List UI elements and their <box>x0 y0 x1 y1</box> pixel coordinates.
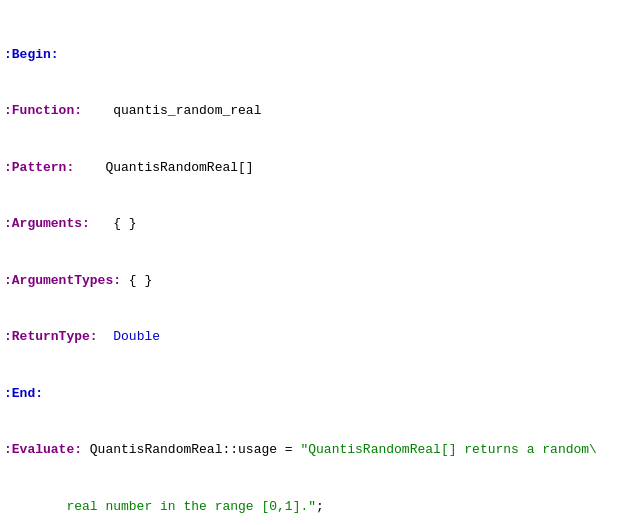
line-6: :ReturnType: Double <box>4 328 622 347</box>
meta-arguments: :Arguments: <box>4 216 90 231</box>
code-editor: :Begin: :Function: quantis_random_real :… <box>0 0 626 525</box>
meta-function: :Function: <box>4 103 82 118</box>
function-value: quantis_random_real <box>82 103 261 118</box>
meta-returntype: :ReturnType: <box>4 329 98 344</box>
returntype-value: Double <box>113 329 160 344</box>
meta-argumenttypes: :ArgumentTypes: <box>4 273 121 288</box>
returntype-space <box>98 329 114 344</box>
line-4: :Arguments: { } <box>4 215 622 234</box>
eval-string-1: "QuantisRandomReal[] returns a random\ <box>300 442 596 457</box>
keyword-begin: :Begin: <box>4 47 59 62</box>
eval-semicolon: ; <box>316 499 324 514</box>
eval-lhs: QuantisRandomReal::usage = <box>82 442 300 457</box>
line-9: real number in the range [0,1]."; <box>4 498 622 517</box>
eval-string-2: real number in the range [0,1]." <box>4 499 316 514</box>
line-2: :Function: quantis_random_real <box>4 102 622 121</box>
arguments-value: { } <box>90 216 137 231</box>
keyword-end: :End: <box>4 386 43 401</box>
line-8: :Evaluate: QuantisRandomReal::usage = "Q… <box>4 441 622 460</box>
keyword-evaluate: :Evaluate: <box>4 442 82 457</box>
argumenttypes-value: { } <box>121 273 152 288</box>
line-3: :Pattern: QuantisRandomReal[] <box>4 159 622 178</box>
meta-pattern: :Pattern: <box>4 160 74 175</box>
line-7: :End: <box>4 385 622 404</box>
pattern-value: QuantisRandomReal[] <box>74 160 253 175</box>
line-1: :Begin: <box>4 46 622 65</box>
line-5: :ArgumentTypes: { } <box>4 272 622 291</box>
